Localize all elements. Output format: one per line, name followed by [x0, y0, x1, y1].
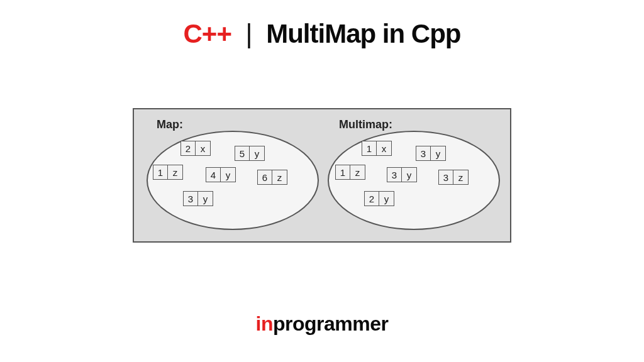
pair-key: 2	[180, 141, 196, 156]
pair-value: y	[198, 191, 213, 206]
brand-prefix: in	[256, 312, 273, 335]
title-separator: |	[246, 19, 252, 48]
multimap-pair-1: 3y	[416, 146, 446, 161]
pair-value: x	[196, 141, 211, 156]
map-pair-3: 4y	[206, 167, 236, 182]
brand-logo: inprogrammer	[0, 312, 644, 336]
pair-value: z	[272, 170, 287, 185]
map-label: Map:	[157, 118, 183, 131]
pair-value: y	[250, 146, 265, 161]
pair-key: 3	[183, 191, 198, 206]
multimap-pair-0: 1x	[362, 141, 392, 156]
pair-value: z	[168, 165, 183, 180]
page-title: C++ | MultiMap in Cpp	[0, 19, 644, 49]
pair-key: 6	[257, 170, 272, 185]
pair-key: 3	[416, 146, 431, 161]
pair-value: y	[379, 191, 394, 206]
pair-key: 2	[364, 191, 379, 206]
title-text: MultiMap in Cpp	[266, 19, 460, 48]
multimap-pair-5: 2y	[364, 191, 394, 206]
multimap-pair-2: 1z	[335, 165, 365, 180]
pair-value: z	[453, 170, 469, 185]
pair-key: 4	[206, 167, 221, 182]
title-language: C++	[184, 19, 231, 48]
multimap-label: Multimap:	[339, 118, 392, 131]
map-pair-0: 2x	[180, 141, 211, 156]
map-pair-4: 6z	[257, 170, 287, 185]
pair-value: y	[431, 146, 446, 161]
pair-key: 1	[362, 141, 377, 156]
pair-value: x	[377, 141, 392, 156]
pair-key: 3	[387, 167, 402, 182]
multimap-pair-3: 3y	[387, 167, 417, 182]
map-pair-5: 3y	[183, 191, 213, 206]
pair-key: 1	[335, 165, 350, 180]
pair-value: y	[221, 167, 236, 182]
pair-key: 5	[235, 146, 250, 161]
pair-value: z	[350, 165, 365, 180]
pair-key: 1	[153, 165, 168, 180]
map-pair-1: 5y	[235, 146, 265, 161]
multimap-pair-4: 3z	[438, 170, 469, 185]
map-pair-2: 1z	[153, 165, 183, 180]
pair-value: y	[402, 167, 417, 182]
brand-rest: programmer	[273, 312, 389, 335]
pair-key: 3	[438, 170, 453, 185]
diagram-frame: Map: Multimap: 2x5y1z4y6z3y1x3y1z3y3z2y	[133, 108, 511, 243]
